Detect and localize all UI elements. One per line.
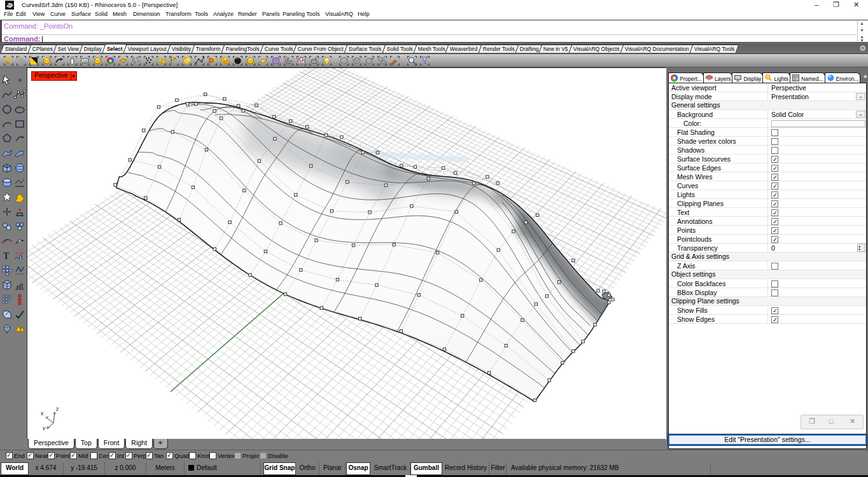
svg-text:x: x	[41, 410, 44, 417]
svg-text:z: z	[56, 406, 59, 412]
svg-text:y: y	[42, 425, 46, 431]
svg-text:100: 100	[82, 59, 88, 63]
svg-text:T: T	[3, 251, 10, 261]
